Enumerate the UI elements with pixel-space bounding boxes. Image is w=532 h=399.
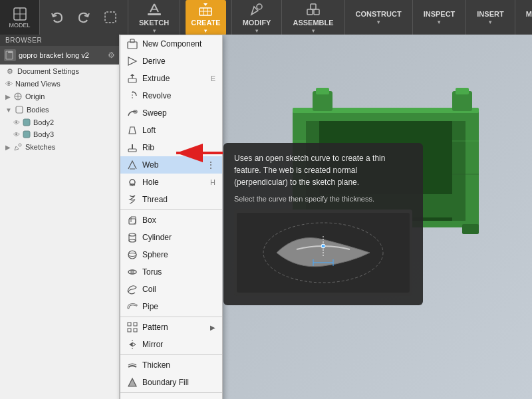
separator-3 [120, 354, 222, 355]
bodies-icon [15, 105, 24, 114]
bodies-expand-icon: ▼ [5, 106, 12, 114]
create-menu: New Component Derive Extrude E Revolve [120, 35, 223, 399]
svg-point-42 [129, 239, 136, 242]
svg-point-12 [257, 4, 262, 9]
web-item-dots[interactable]: ⋮ [206, 160, 215, 170]
pattern-submenu-arrow: ▶ [210, 324, 215, 331]
svg-point-24 [19, 144, 21, 146]
new-component-icon [127, 39, 138, 49]
main-toolbar: MODEL SKETCH ▾ CREATE [0, 0, 532, 35]
eye-views-icon: 👁 [5, 80, 13, 88]
tree-item-bodies[interactable]: ▼ Bodies [0, 103, 119, 116]
hole-icon [127, 177, 138, 188]
sweep-icon [127, 108, 138, 118]
select-icon [103, 10, 118, 25]
svg-rect-75 [316, 88, 329, 94]
tree-item-settings[interactable]: ⚙ Document Settings [0, 65, 119, 78]
svg-rect-50 [134, 329, 137, 332]
menu-item-thread[interactable]: Thread [120, 191, 222, 208]
menu-item-mirror[interactable]: Mirror [120, 336, 222, 353]
separator-1 [120, 209, 222, 210]
create-section: CREATE ▾ [180, 0, 231, 35]
svg-rect-14 [314, 9, 319, 15]
pipe-icon [127, 301, 138, 312]
menu-item-sphere[interactable]: Sphere [120, 246, 222, 263]
svg-line-6 [154, 4, 158, 12]
origin-icon [13, 92, 23, 101]
sketches-icon [13, 142, 23, 152]
menu-item-web[interactable]: Web ⋮ [120, 156, 222, 174]
model-icon-btn[interactable]: MODEL [7, 5, 33, 30]
modify-dropdown-btn[interactable]: MODIFY ▾ [237, 0, 277, 35]
box-icon [127, 215, 138, 225]
svg-point-45 [128, 270, 136, 274]
coil-icon [127, 284, 138, 295]
separator-4 [120, 392, 222, 393]
svg-point-46 [131, 271, 134, 273]
svg-point-43 [128, 251, 136, 259]
menu-item-thicken[interactable]: Thicken [120, 356, 222, 374]
sketch-dropdown[interactable]: SKETCH ▾ [134, 0, 174, 35]
svg-rect-49 [128, 329, 131, 332]
tree-item-body3[interactable]: 👁 Body3 [0, 128, 119, 140]
make-section: MAKE ▾ [515, 0, 532, 35]
mirror-icon [127, 339, 138, 350]
tree-item-origin[interactable]: ▶ Origin [0, 90, 119, 103]
menu-item-sweep[interactable]: Sweep [120, 104, 222, 122]
select-btn[interactable] [98, 9, 122, 26]
cylinder-icon [127, 232, 138, 243]
redo-btn[interactable] [72, 9, 96, 26]
modify-section: MODIFY ▾ [232, 0, 283, 35]
menu-item-hole[interactable]: Hole H [120, 174, 222, 191]
menu-item-rib[interactable]: Rib [120, 139, 222, 156]
menu-item-pipe[interactable]: Pipe [120, 298, 222, 315]
inspect-dropdown-btn[interactable]: INSPECT ▾ [418, 9, 461, 27]
sphere-icon [127, 249, 138, 260]
redo-icon [76, 10, 91, 25]
web-icon [127, 160, 138, 170]
undo-btn[interactable] [45, 9, 69, 26]
menu-item-boundary-fill[interactable]: Boundary Fill [120, 374, 222, 391]
tree-item-body2[interactable]: 👁 Body2 [0, 116, 119, 128]
torus-icon [127, 267, 138, 277]
menu-item-revolve[interactable]: Revolve [120, 87, 222, 104]
svg-rect-77 [456, 88, 469, 94]
menu-item-loft[interactable]: Loft [120, 122, 222, 139]
menu-item-derive[interactable]: Derive [120, 53, 222, 70]
revolve-icon [127, 90, 138, 101]
tooltip-hint: Select the curve then specify the thickn… [234, 195, 412, 203]
svg-rect-48 [134, 323, 137, 326]
eye-body2-icon: 👁 [13, 119, 20, 126]
triangle-icon: ▶ [5, 93, 11, 100]
doc-settings-icon[interactable]: ⚙ [108, 51, 115, 60]
svg-rect-22 [23, 119, 30, 126]
rib-icon [127, 142, 138, 153]
model-icon [13, 7, 27, 21]
boundary-fill-icon [127, 377, 138, 388]
document-item[interactable]: gopro bracket long v2 ⚙ [0, 46, 119, 65]
menu-item-cylinder[interactable]: Cylinder [120, 229, 222, 246]
svg-point-44 [128, 253, 136, 257]
menu-item-box[interactable]: Box [120, 211, 222, 229]
tree-item-sketches[interactable]: ▶ Sketches [0, 140, 119, 154]
body2-icon [23, 118, 31, 126]
menu-item-coil[interactable]: Coil [120, 281, 222, 298]
svg-rect-79 [462, 224, 479, 234]
menu-item-pattern[interactable]: Pattern ▶ [120, 319, 222, 336]
make-dropdown-btn[interactable]: MAKE ▾ [521, 9, 532, 27]
svg-rect-13 [307, 9, 313, 15]
insert-dropdown-btn[interactable]: INSERT ▾ [471, 9, 509, 27]
menu-item-torus[interactable]: Torus [120, 263, 222, 281]
thread-icon [127, 194, 138, 205]
menu-item-new-component[interactable]: New Component [120, 35, 222, 53]
construct-dropdown-btn[interactable]: CONSTRUCT ▾ [350, 9, 407, 27]
menu-item-create-form[interactable]: Create Form [120, 394, 222, 399]
menu-item-extrude[interactable]: Extrude E [120, 70, 222, 87]
undo-icon [50, 10, 65, 25]
assemble-dropdown-btn[interactable]: ASSEMBLE ▾ [287, 0, 338, 35]
extrude-icon [127, 73, 138, 84]
svg-rect-73 [452, 121, 466, 221]
create-dropdown-btn[interactable]: CREATE ▾ [186, 0, 225, 35]
browser-panel: BROWSER gopro bracket long v2 ⚙ ⚙ Docume… [0, 35, 120, 399]
tree-item-named-views[interactable]: 👁 Named Views [0, 78, 119, 90]
